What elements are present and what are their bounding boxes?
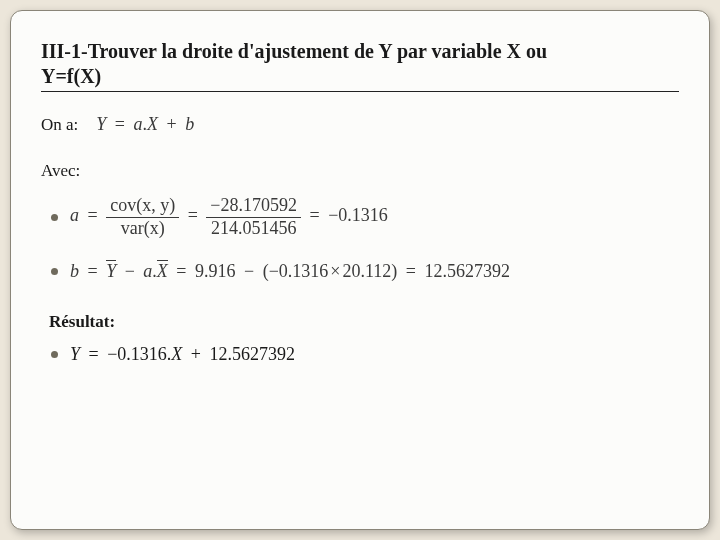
- eq-r-eq: =: [85, 344, 103, 364]
- eq-r-plus: +: [187, 344, 205, 364]
- eq-b-rhs: 12.5627392: [424, 261, 510, 281]
- eq-a-cov-args: (x, y): [136, 195, 175, 215]
- eq-b-xbar-val: 20.112: [342, 261, 391, 281]
- eq-eq: =: [111, 114, 129, 134]
- eq-a-lhs: a: [70, 205, 79, 225]
- eq-b-ybar-val: 9.916: [195, 261, 236, 281]
- eq-a-frac1: cov(x, y) var(x): [106, 195, 179, 239]
- eq-b-lhs: b: [70, 261, 79, 281]
- eq-result-full: Y = −0.1316.X + 12.5627392: [70, 344, 295, 365]
- slide-frame: III-1-Trouver la droite d'ajustement de …: [10, 10, 710, 530]
- eq-line-model: Y = a.X + b: [96, 114, 194, 135]
- eq-a-full: a = cov(x, y) var(x) = −28.170592 214.05…: [70, 195, 388, 239]
- y-bar-icon: Y: [106, 261, 116, 282]
- bullet-icon: [51, 214, 58, 221]
- bullet-icon: [51, 351, 58, 358]
- on-a-row: On a: Y = a.X + b: [41, 114, 679, 135]
- title-underline: [41, 91, 679, 92]
- eq-a-eq3: =: [305, 205, 323, 225]
- eq-plus: +: [162, 114, 180, 134]
- eq-b-neg-a: −0.1316: [269, 261, 329, 281]
- title-line-2: Y=f(X): [41, 65, 101, 87]
- eq-a-frac2-num: −28.170592: [206, 195, 301, 218]
- title-line-1: III-1-Trouver la droite d'ajustement de …: [41, 40, 547, 62]
- eq-a-var-args: (x): [144, 218, 165, 238]
- eq-Y: Y: [96, 114, 106, 134]
- eq-b-Xbar: X: [157, 261, 168, 281]
- eq-a-var: var: [121, 218, 144, 238]
- label-resultat: Résultat:: [49, 312, 679, 332]
- eq-b-times: ×: [328, 261, 342, 281]
- eq-b-full: b = Y − a.X = 9.916 − (−0.1316×20.112) =…: [70, 261, 510, 282]
- eq-b-minus2: −: [240, 261, 258, 281]
- eq-X: X: [147, 114, 158, 134]
- eq-r-Y: Y: [70, 344, 80, 364]
- eq-a-eq2: =: [184, 205, 202, 225]
- eq-b-close: ): [391, 261, 397, 281]
- eq-b-eq3: =: [402, 261, 420, 281]
- eq-a-eq1: =: [84, 205, 102, 225]
- row-eq-a: a = cov(x, y) var(x) = −28.170592 214.05…: [41, 195, 679, 239]
- slide-title: III-1-Trouver la droite d'ajustement de …: [41, 39, 679, 89]
- x-bar-icon: X: [157, 261, 168, 282]
- eq-b-minus: −: [121, 261, 139, 281]
- eq-r-coef: −0.1316: [107, 344, 167, 364]
- eq-b: b: [185, 114, 194, 134]
- eq-b-eq2: =: [172, 261, 190, 281]
- eq-a-rhs: −0.1316: [328, 205, 388, 225]
- slide-outer: III-1-Trouver la droite d'ajustement de …: [0, 0, 720, 540]
- label-avec: Avec:: [41, 161, 80, 181]
- eq-a-frac2-den: 214.051456: [206, 218, 301, 240]
- eq-r-X: X: [171, 344, 182, 364]
- eq-r-intercept: 12.5627392: [209, 344, 295, 364]
- label-on-a: On a:: [41, 115, 78, 135]
- eq-b-Ybar: Y: [106, 261, 116, 281]
- eq-a-cov: cov: [110, 195, 136, 215]
- eq-b-a: a: [143, 261, 152, 281]
- row-eq-b: b = Y − a.X = 9.916 − (−0.1316×20.112) =…: [41, 261, 679, 282]
- row-eq-result: Y = −0.1316.X + 12.5627392: [41, 344, 679, 365]
- eq-b-eq1: =: [84, 261, 102, 281]
- eq-a-frac2: −28.170592 214.051456: [206, 195, 301, 239]
- bullet-icon: [51, 268, 58, 275]
